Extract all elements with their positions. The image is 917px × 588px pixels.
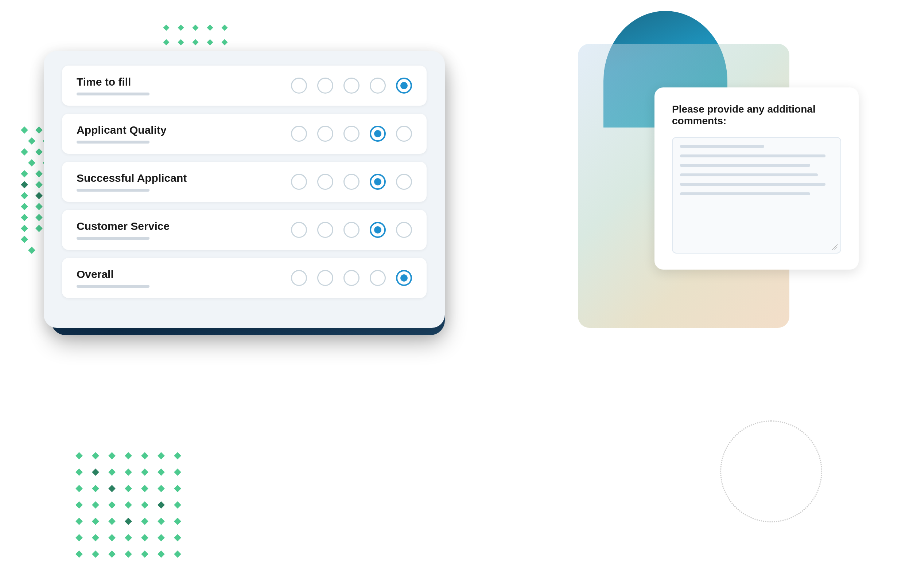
- svg-rect-25: [36, 203, 43, 210]
- svg-rect-15: [36, 181, 43, 188]
- comments-textarea-area[interactable]: [672, 137, 841, 254]
- radio-btn-0[interactable]: [291, 174, 307, 190]
- svg-rect-91: [193, 39, 199, 45]
- svg-rect-35: [76, 452, 83, 459]
- radio-btn-1[interactable]: [317, 270, 333, 286]
- radio-btn-4[interactable]: [396, 126, 412, 142]
- svg-rect-79: [108, 551, 116, 558]
- svg-rect-37: [108, 452, 116, 459]
- svg-rect-92: [207, 39, 213, 45]
- svg-rect-63: [76, 518, 83, 525]
- radio-group-applicant-quality: [291, 126, 412, 142]
- svg-rect-74: [141, 534, 148, 541]
- survey-label-successful-applicant: Successful Applicant: [76, 172, 291, 184]
- svg-rect-60: [141, 501, 148, 509]
- svg-rect-71: [92, 534, 99, 541]
- comments-title: Please provide any additional comments:: [672, 103, 841, 127]
- radio-btn-4[interactable]: [396, 174, 412, 190]
- svg-rect-77: [76, 551, 83, 558]
- survey-row-time-to-fill: Time to fill: [62, 66, 427, 106]
- svg-rect-59: [125, 501, 132, 509]
- survey-label-overall: Overall: [76, 268, 291, 281]
- svg-rect-48: [174, 468, 181, 476]
- svg-rect-0: [21, 126, 28, 134]
- resize-handle[interactable]: [832, 244, 838, 250]
- text-line-1: [680, 145, 764, 148]
- svg-rect-61: [157, 501, 165, 509]
- svg-rect-57: [92, 501, 99, 509]
- svg-rect-52: [125, 485, 132, 492]
- radio-btn-4[interactable]: [396, 222, 412, 238]
- svg-rect-53: [141, 485, 148, 492]
- svg-rect-66: [125, 518, 132, 525]
- svg-rect-80: [125, 551, 132, 558]
- svg-rect-10: [21, 170, 28, 178]
- svg-rect-11: [36, 170, 43, 178]
- svg-rect-72: [108, 534, 116, 541]
- svg-rect-54: [157, 485, 165, 492]
- svg-rect-36: [92, 452, 99, 459]
- radio-btn-3[interactable]: [370, 78, 386, 94]
- survey-subline: [76, 285, 149, 288]
- svg-rect-19: [21, 192, 28, 199]
- radio-btn-3-selected[interactable]: [370, 222, 386, 238]
- radio-btn-3-selected[interactable]: [370, 126, 386, 142]
- radio-btn-4-selected[interactable]: [396, 78, 412, 94]
- survey-row-customer-service: Customer Service: [62, 210, 427, 250]
- radio-btn-2[interactable]: [343, 270, 360, 286]
- svg-rect-38: [125, 452, 132, 459]
- radio-btn-1[interactable]: [317, 78, 333, 94]
- svg-rect-49: [76, 485, 83, 492]
- radio-btn-2[interactable]: [343, 174, 360, 190]
- radio-btn-3-selected[interactable]: [370, 174, 386, 190]
- text-line-5: [680, 183, 825, 186]
- radio-btn-1[interactable]: [317, 126, 333, 142]
- svg-rect-70: [76, 534, 83, 541]
- svg-rect-56: [76, 501, 83, 509]
- radio-btn-0[interactable]: [291, 270, 307, 286]
- text-line-6: [680, 192, 810, 195]
- svg-rect-33: [21, 236, 28, 243]
- svg-rect-7: [28, 159, 36, 166]
- survey-row-left: Customer Service: [76, 220, 291, 240]
- svg-rect-65: [108, 518, 116, 525]
- survey-label-time-to-fill: Time to fill: [76, 76, 291, 88]
- svg-rect-24: [21, 203, 28, 210]
- survey-subline: [76, 92, 149, 95]
- svg-rect-29: [36, 214, 43, 221]
- text-line-4: [680, 173, 818, 176]
- survey-label-customer-service: Customer Service: [76, 220, 291, 233]
- scene: Time to fill Applicant Quality: [0, 0, 917, 588]
- radio-btn-1[interactable]: [317, 222, 333, 238]
- svg-rect-14: [21, 181, 28, 188]
- svg-rect-88: [222, 25, 228, 31]
- svg-rect-1: [36, 126, 43, 134]
- radio-btn-2[interactable]: [343, 126, 360, 142]
- survey-subline: [76, 141, 149, 144]
- survey-card: Time to fill Applicant Quality: [44, 51, 445, 328]
- radio-btn-2[interactable]: [343, 78, 360, 94]
- radio-group-time-to-fill: [291, 78, 412, 94]
- radio-btn-2[interactable]: [343, 222, 360, 238]
- svg-rect-20: [36, 192, 43, 199]
- radio-btn-3[interactable]: [370, 270, 386, 286]
- radio-btn-0[interactable]: [291, 222, 307, 238]
- radio-group-customer-service: [291, 222, 412, 238]
- radio-btn-0[interactable]: [291, 126, 307, 142]
- radio-group-successful-applicant: [291, 174, 412, 190]
- text-line-3: [680, 164, 810, 167]
- radio-btn-0[interactable]: [291, 78, 307, 94]
- svg-rect-86: [193, 25, 199, 31]
- svg-rect-78: [92, 551, 99, 558]
- svg-rect-34: [28, 247, 36, 254]
- radio-btn-4-selected[interactable]: [396, 270, 412, 286]
- survey-subline: [76, 189, 149, 192]
- svg-rect-5: [36, 148, 43, 155]
- svg-rect-39: [141, 452, 148, 459]
- svg-rect-90: [178, 39, 184, 45]
- radio-btn-1[interactable]: [317, 174, 333, 190]
- dot-grid-bottom-left: [73, 449, 175, 552]
- survey-subline: [76, 237, 149, 240]
- comments-card: Please provide any additional comments:: [655, 87, 859, 270]
- survey-label-applicant-quality: Applicant Quality: [76, 124, 291, 136]
